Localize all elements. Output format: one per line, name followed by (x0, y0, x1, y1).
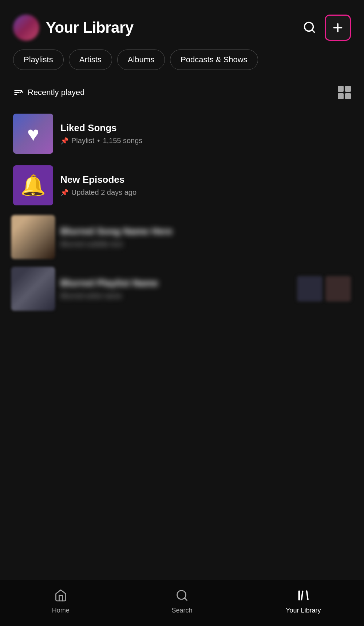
grid-cell (345, 86, 351, 92)
filter-artists[interactable]: Artists (69, 50, 112, 70)
home-icon (54, 589, 67, 604)
list-item[interactable]: 🔔 New Episodes 📌 Updated 2 days ago (13, 160, 351, 211)
item-meta: 📌 Updated 2 days ago (60, 188, 351, 197)
item-title: Blurred Song Name Here (60, 226, 351, 237)
sort-label: Recently played (28, 88, 85, 97)
svg-line-5 (185, 598, 187, 601)
avatar[interactable] (13, 15, 39, 41)
nav-home-label: Home (52, 607, 70, 614)
pin-icon: 📌 (60, 189, 68, 197)
item-subtitle: Blurred artist name (60, 292, 122, 300)
add-button[interactable] (325, 15, 351, 41)
item-separator: • (97, 137, 100, 145)
nav-library[interactable]: Your Library (281, 589, 325, 614)
pin-icon: 📌 (60, 137, 68, 145)
bell-icon: 🔔 (20, 173, 46, 197)
item-count: 1,155 songs (103, 137, 142, 145)
new-episodes-info: New Episodes 📌 Updated 2 days ago (60, 174, 351, 197)
header-left: Your Library (13, 15, 134, 41)
list-item[interactable]: Blurred Playlist Name Blurred artist nam… (13, 263, 351, 315)
sort-icon (13, 87, 23, 98)
svg-line-1 (312, 29, 314, 32)
filter-albums[interactable]: Albums (117, 50, 165, 70)
blurred-artwork-4 (11, 267, 55, 311)
sort-bar: Recently played (0, 80, 364, 108)
grid-cell (338, 93, 344, 99)
search-nav-icon (175, 589, 189, 604)
liked-songs-artwork: ♥ (13, 114, 53, 154)
extra-thumb-1 (297, 276, 323, 302)
header: Your Library (0, 0, 364, 50)
item-meta: 📌 Playlist • 1,155 songs (60, 137, 351, 145)
filter-playlists[interactable]: Playlists (13, 50, 64, 70)
grid-cell (338, 86, 344, 92)
item-subtitle: Blurred subtitle text (60, 240, 123, 248)
item-title: Blurred Playlist Name (60, 277, 290, 289)
new-episodes-artwork: 🔔 (13, 165, 53, 205)
list-item[interactable]: Blurred Song Name Here Blurred subtitle … (13, 211, 351, 263)
filter-podcasts[interactable]: Podcasts & Shows (170, 50, 258, 70)
liked-songs-info: Liked Songs 📌 Playlist • 1,155 songs (60, 122, 351, 145)
item-type: Playlist (71, 137, 94, 145)
blurred-artwork-3 (11, 215, 55, 259)
heart-icon: ♥ (27, 122, 39, 146)
extra-thumbs (297, 276, 351, 302)
item-meta: Blurred subtitle text (60, 240, 351, 248)
nav-library-label: Your Library (286, 607, 321, 614)
extra-thumb-2 (325, 276, 351, 302)
item-title: New Episodes (60, 174, 351, 185)
svg-rect-8 (306, 590, 309, 600)
blurred-info-4: Blurred Playlist Name Blurred artist nam… (60, 277, 290, 300)
grid-cell (345, 93, 351, 99)
item-title: Liked Songs (60, 122, 351, 134)
nav-search-label: Search (171, 607, 192, 614)
page-title: Your Library (46, 19, 134, 36)
list-item[interactable]: ♥ Liked Songs 📌 Playlist • 1,155 songs (13, 108, 351, 160)
library-icon (297, 589, 310, 604)
item-updated: Updated 2 days ago (71, 188, 136, 197)
sort-control[interactable]: Recently played (13, 87, 85, 98)
bottom-nav: Home Search Your Library (0, 580, 364, 626)
item-meta: Blurred artist name (60, 292, 290, 300)
filter-bar: Playlists Artists Albums Podcasts & Show… (0, 50, 364, 80)
nav-home[interactable]: Home (39, 589, 83, 614)
svg-rect-6 (298, 591, 300, 601)
header-actions (300, 15, 351, 41)
blurred-info-3: Blurred Song Name Here Blurred subtitle … (60, 226, 351, 248)
grid-view-button[interactable] (338, 86, 351, 99)
nav-search[interactable]: Search (160, 589, 204, 614)
search-button[interactable] (300, 18, 319, 38)
library-list: ♥ Liked Songs 📌 Playlist • 1,155 songs 🔔… (0, 108, 364, 315)
svg-rect-7 (301, 591, 304, 601)
